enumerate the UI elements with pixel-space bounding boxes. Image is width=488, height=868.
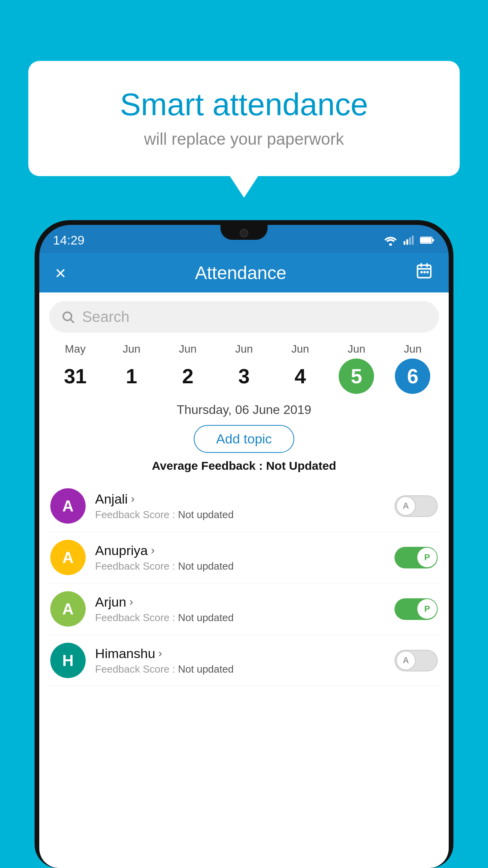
status-time: 14:29 bbox=[53, 231, 84, 248]
student-avatar: A bbox=[50, 488, 86, 524]
speech-bubble-container: Smart attendance will replace your paper… bbox=[28, 61, 460, 176]
svg-rect-2 bbox=[406, 239, 408, 245]
cal-date-number: 5 bbox=[339, 359, 374, 394]
svg-point-15 bbox=[63, 312, 72, 320]
student-info: Arjun ›Feedback Score : Not updated bbox=[95, 594, 385, 624]
cal-date-number: 4 bbox=[283, 359, 318, 394]
cal-day[interactable]: May31 bbox=[47, 343, 103, 394]
search-input[interactable]: Search bbox=[82, 309, 129, 326]
chevron-icon: › bbox=[158, 647, 162, 660]
battery-icon bbox=[420, 235, 435, 245]
calendar-icon[interactable] bbox=[415, 262, 433, 284]
speech-bubble: Smart attendance will replace your paper… bbox=[28, 61, 460, 176]
cal-date-number: 31 bbox=[58, 359, 93, 394]
student-avatar: A bbox=[50, 540, 86, 575]
cal-date-number: 1 bbox=[114, 359, 149, 394]
cal-day[interactable]: Jun3 bbox=[216, 343, 272, 394]
cal-date-number: 3 bbox=[226, 359, 262, 394]
cal-month-label: Jun bbox=[179, 343, 196, 355]
cal-month-label: Jun bbox=[292, 343, 309, 355]
toggle-knob: A bbox=[396, 651, 416, 670]
svg-rect-7 bbox=[432, 239, 434, 241]
feedback-score: Feedback Score : Not updated bbox=[95, 663, 385, 675]
wifi-icon bbox=[384, 235, 397, 246]
close-button[interactable]: × bbox=[55, 262, 66, 284]
cal-day[interactable]: Jun1 bbox=[103, 343, 160, 394]
cal-date-number: 2 bbox=[170, 359, 205, 394]
cal-month-label: May bbox=[65, 343, 86, 355]
svg-rect-14 bbox=[426, 271, 429, 273]
student-name[interactable]: Anupriya › bbox=[95, 543, 385, 558]
svg-rect-1 bbox=[404, 241, 405, 245]
student-avatar: A bbox=[50, 591, 86, 627]
cal-month-label: Jun bbox=[348, 343, 365, 355]
add-topic-button[interactable]: Add topic bbox=[194, 425, 294, 453]
svg-rect-3 bbox=[409, 237, 411, 245]
chevron-icon: › bbox=[131, 493, 134, 505]
cal-month-label: Jun bbox=[235, 343, 253, 355]
cal-month-label: Jun bbox=[404, 343, 422, 355]
cal-day[interactable]: Jun6 bbox=[385, 343, 441, 394]
add-topic-container: Add topic bbox=[39, 425, 449, 453]
svg-rect-12 bbox=[420, 271, 423, 273]
student-avatar: H bbox=[50, 643, 86, 678]
cal-date-number: 6 bbox=[395, 359, 430, 394]
search-icon bbox=[61, 310, 75, 324]
cal-day[interactable]: Jun5 bbox=[328, 343, 385, 394]
student-row: AAnupriya ›Feedback Score : Not updatedP bbox=[47, 532, 441, 583]
phone-frame: 14:29 bbox=[35, 220, 453, 868]
attendance-toggle[interactable]: P bbox=[394, 547, 438, 568]
student-row: AAnjali ›Feedback Score : Not updatedA bbox=[47, 480, 441, 532]
bubble-title: Smart attendance bbox=[52, 86, 436, 123]
avg-feedback-value: Not Updated bbox=[266, 459, 336, 472]
cal-day[interactable]: Jun2 bbox=[160, 343, 216, 394]
search-bar[interactable]: Search bbox=[49, 301, 439, 333]
bubble-subtitle: will replace your paperwork bbox=[52, 130, 436, 149]
svg-rect-6 bbox=[421, 238, 431, 243]
svg-rect-4 bbox=[412, 235, 414, 245]
screen-content: Search May31Jun1Jun2Jun3Jun4Jun5Jun6 Thu… bbox=[39, 292, 449, 868]
cal-month-label: Jun bbox=[123, 343, 140, 355]
student-info: Anjali ›Feedback Score : Not updated bbox=[95, 491, 385, 521]
status-icons bbox=[384, 232, 435, 246]
phone-inner: 14:29 bbox=[39, 225, 449, 868]
chevron-icon: › bbox=[151, 544, 154, 557]
app-bar: × Attendance bbox=[39, 253, 449, 292]
feedback-score: Feedback Score : Not updated bbox=[95, 612, 385, 624]
student-name[interactable]: Himanshu › bbox=[95, 646, 385, 661]
attendance-toggle[interactable]: A bbox=[394, 650, 438, 671]
avg-feedback: Average Feedback : Not Updated bbox=[39, 459, 449, 473]
student-row: AArjun ›Feedback Score : Not updatedP bbox=[47, 583, 441, 635]
calendar-strip: May31Jun1Jun2Jun3Jun4Jun5Jun6 bbox=[39, 339, 449, 398]
svg-line-16 bbox=[71, 320, 74, 323]
svg-rect-13 bbox=[424, 271, 426, 273]
camera-dot bbox=[240, 229, 248, 237]
student-name[interactable]: Anjali › bbox=[95, 491, 385, 507]
avg-feedback-label: Average Feedback : bbox=[152, 459, 262, 472]
student-row: HHimanshu ›Feedback Score : Not updatedA bbox=[47, 635, 441, 686]
toggle-knob: P bbox=[417, 599, 437, 619]
cal-day[interactable]: Jun4 bbox=[272, 343, 328, 394]
signal-icon bbox=[403, 235, 415, 246]
feedback-score: Feedback Score : Not updated bbox=[95, 560, 385, 572]
phone-notch bbox=[220, 225, 268, 240]
student-info: Himanshu ›Feedback Score : Not updated bbox=[95, 646, 385, 675]
chevron-icon: › bbox=[129, 596, 133, 608]
feedback-score: Feedback Score : Not updated bbox=[95, 509, 385, 521]
toggle-knob: A bbox=[396, 496, 416, 516]
app-bar-title: Attendance bbox=[195, 262, 286, 283]
student-list: AAnjali ›Feedback Score : Not updatedAAA… bbox=[39, 480, 449, 686]
attendance-toggle[interactable]: A bbox=[394, 495, 438, 517]
student-info: Anupriya ›Feedback Score : Not updated bbox=[95, 543, 385, 572]
attendance-toggle[interactable]: P bbox=[394, 598, 438, 620]
student-name[interactable]: Arjun › bbox=[95, 594, 385, 610]
selected-date: Thursday, 06 June 2019 bbox=[39, 398, 449, 423]
svg-point-0 bbox=[389, 243, 392, 246]
toggle-knob: P bbox=[417, 548, 437, 567]
